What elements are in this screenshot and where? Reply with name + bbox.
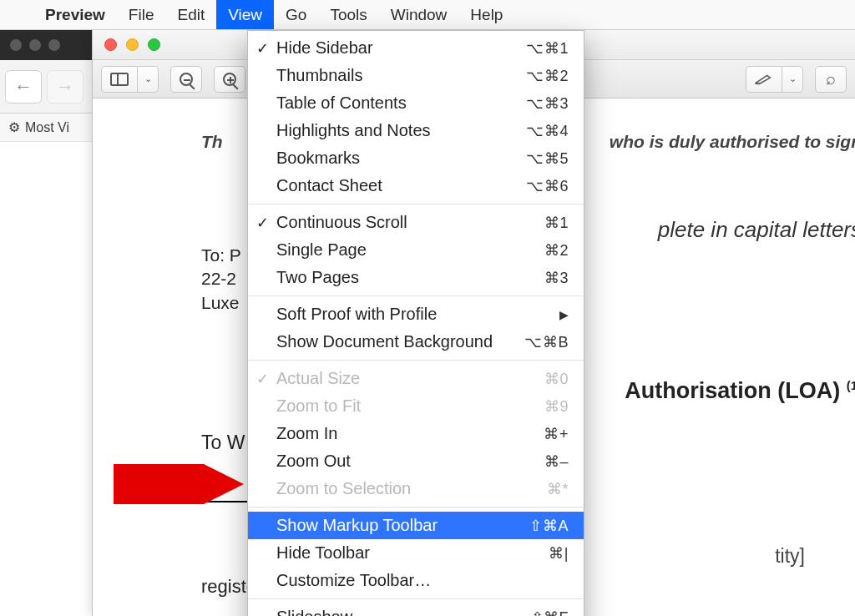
arrow-left-icon: ← — [14, 76, 33, 98]
menu-item-zout[interactable]: Zoom Out⌘– — [248, 447, 584, 475]
arrow-right-icon: → — [56, 76, 74, 98]
traffic-dot — [10, 39, 22, 51]
menu-shortcut: ⌥⌘6 — [526, 177, 569, 195]
menu-item-label: Highlights and Notes — [276, 121, 431, 140]
menu-item-custtb[interactable]: Customize Toolbar… — [248, 567, 584, 594]
menu-item-label: Single Page — [276, 240, 367, 260]
menu-item-label: Show Document Background — [276, 332, 493, 351]
menu-item-label: Zoom to Fit — [276, 396, 361, 416]
zoom-in-button[interactable] — [214, 66, 245, 93]
menu-shortcut: ⌥⌘5 — [526, 149, 569, 168]
bookmarks-bar: ⚙︎ Most Vi — [0, 114, 92, 142]
sidebar-icon — [110, 73, 129, 86]
doc-text: tity] — [775, 545, 805, 568]
fullscreen-button[interactable] — [148, 38, 160, 51]
menu-shortcut: ⌘* — [547, 480, 569, 498]
submenu-arrow-icon: ▶ — [559, 308, 569, 321]
chevron-down-icon: ⌄ — [789, 73, 797, 84]
menu-shortcut: ⌥⌘3 — [526, 94, 569, 113]
menu-item-actual: ✓Actual Size⌘0 — [248, 365, 584, 392]
menu-shortcut: ⌘3 — [544, 269, 569, 287]
menu-shortcut: ⌥⌘1 — [526, 39, 569, 58]
menu-item-contact[interactable]: Contact Sheet⌥⌘6 — [248, 172, 584, 199]
menu-shortcut: ⌥⌘2 — [526, 67, 569, 85]
menu-item-label: Two Pages — [276, 268, 359, 287]
doc-text: who is duly authorised to sign — [610, 132, 855, 152]
menu-help[interactable]: Help — [458, 0, 514, 29]
menu-item-label: Hide Sidebar — [276, 38, 373, 58]
menu-item-label: Show Markup Toolbar — [276, 516, 438, 535]
menu-item-docbg[interactable]: Show Document Background⌥⌘B — [248, 328, 584, 356]
menu-item-two[interactable]: Two Pages⌘3 — [248, 264, 584, 291]
markup-button[interactable]: ⌄ — [746, 66, 803, 93]
gear-icon[interactable]: ⚙︎ — [8, 119, 20, 135]
view-menu-dropdown: ✓Hide Sidebar⌥⌘1Thumbnails⌥⌘2Table of Co… — [247, 30, 584, 616]
menu-shortcut: ⌥⌘4 — [526, 122, 569, 140]
menu-item-label: Hide Toolbar — [276, 543, 370, 563]
menu-item-label: Table of Contents — [276, 93, 407, 113]
menu-item-cont_scroll[interactable]: ✓Continuous Scroll⌘1 — [248, 209, 584, 236]
menu-item-highlights[interactable]: Highlights and Notes⌥⌘4 — [248, 117, 584, 144]
menu-go[interactable]: Go — [274, 0, 318, 29]
menu-view[interactable]: View — [216, 0, 274, 29]
menu-file[interactable]: File — [117, 0, 166, 29]
check-icon: ✓ — [256, 214, 269, 232]
menu-item-label: Slideshow — [276, 608, 352, 616]
doc-heading: Authorisation (LOA) (1) — [625, 378, 855, 404]
menu-item-zin[interactable]: Zoom In⌘+ — [248, 420, 584, 447]
zoom-out-button[interactable] — [170, 66, 202, 93]
menu-item-label: Continuous Scroll — [276, 213, 407, 232]
menu-item-label: Bookmarks — [276, 149, 360, 168]
doc-text: Th — [201, 132, 223, 151]
chevron-down-icon: ⌄ — [144, 73, 152, 84]
menu-app[interactable]: Preview — [33, 0, 117, 29]
check-icon: ✓ — [256, 39, 269, 58]
pen-icon — [755, 73, 773, 85]
menu-item-label: Zoom In — [276, 424, 337, 443]
menu-window[interactable]: Window — [379, 0, 459, 29]
menu-shortcut: ⌘| — [549, 544, 569, 563]
menu-shortcut: ⌘– — [544, 452, 569, 471]
menu-item-slide[interactable]: Slideshow⇧⌘F — [248, 603, 584, 616]
menu-shortcut: ⌘+ — [544, 425, 569, 443]
background-titlebar — [0, 30, 92, 60]
menu-item-softproof[interactable]: Soft Proof with Profile▶ — [248, 300, 584, 328]
check-icon: ✓ — [256, 370, 269, 388]
menu-tools[interactable]: Tools — [318, 0, 378, 29]
menu-item-bookmarks[interactable]: Bookmarks⌥⌘5 — [248, 144, 584, 172]
menu-item-thumbnails[interactable]: Thumbnails⌥⌘2 — [248, 62, 584, 89]
traffic-lights — [93, 38, 160, 51]
menu-item-label: Actual Size — [276, 369, 360, 388]
menu-shortcut: ⌘2 — [544, 241, 569, 260]
forward-button[interactable]: → — [47, 70, 83, 104]
menu-item-zfit: Zoom to Fit⌘9 — [248, 392, 584, 420]
menu-shortcut: ⌘0 — [544, 370, 569, 388]
minimize-button[interactable] — [126, 38, 139, 51]
background-window: ← → ⚙︎ Most Vi — [0, 30, 92, 616]
search-icon: ⌕ — [826, 69, 836, 88]
traffic-dot — [48, 39, 60, 51]
annotation-arrow — [114, 464, 247, 504]
sidebar-toggle[interactable]: ⌄ — [101, 66, 159, 93]
mac-menubar: Preview File Edit View Go Tools Window H… — [0, 0, 855, 30]
menu-edit[interactable]: Edit — [165, 0, 216, 29]
doc-text: plete in capital letters — [658, 217, 855, 243]
menu-item-zsel: Zoom to Selection⌘* — [248, 475, 584, 502]
menu-shortcut: ⇧⌘A — [529, 517, 569, 535]
menu-item-label: Zoom Out — [276, 452, 351, 471]
search-button[interactable]: ⌕ — [815, 66, 847, 93]
menu-item-label: Zoom to Selection — [276, 479, 411, 498]
menu-item-label: Thumbnails — [276, 66, 362, 85]
menu-item-markup[interactable]: Show Markup Toolbar⇧⌘A — [248, 512, 584, 539]
back-button[interactable]: ← — [5, 70, 42, 104]
menu-item-toc[interactable]: Table of Contents⌥⌘3 — [248, 89, 584, 117]
menu-item-hidetb[interactable]: Hide Toolbar⌘| — [248, 539, 584, 567]
magnifier-plus-icon — [223, 73, 236, 86]
magnifier-minus-icon — [180, 73, 193, 86]
close-button[interactable] — [104, 38, 117, 51]
menu-shortcut: ⌘9 — [544, 397, 569, 416]
bookmark-item[interactable]: Most Vi — [25, 120, 69, 135]
menu-item-hide_sidebar[interactable]: ✓Hide Sidebar⌥⌘1 — [248, 34, 584, 62]
menu-item-single[interactable]: Single Page⌘2 — [248, 236, 584, 264]
menu-shortcut: ⌥⌘B — [524, 333, 569, 351]
